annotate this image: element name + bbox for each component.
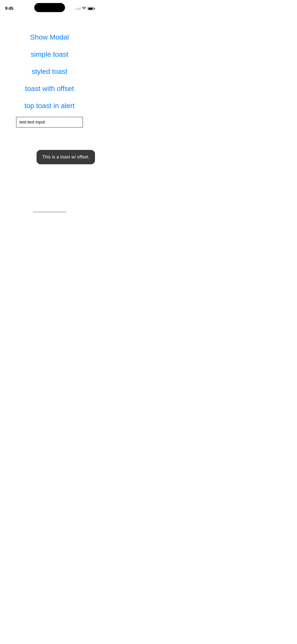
status-bar: 9:45 <box>0 0 99 14</box>
styled-toast-button[interactable]: styled toast <box>0 63 99 80</box>
battery-fill <box>88 8 93 10</box>
toast-notification: This is a toast w/ offset. <box>37 150 95 164</box>
signal-icon <box>75 7 81 10</box>
status-time: 9:45 <box>5 6 13 11</box>
toast-message: This is a toast w/ offset. <box>42 154 89 159</box>
dynamic-island <box>34 3 65 12</box>
home-indicator <box>33 211 67 213</box>
top-toast-in-alert-button[interactable]: top toast in alert <box>0 97 99 114</box>
status-icons <box>75 7 94 11</box>
simple-toast-button[interactable]: simple toast <box>0 46 99 63</box>
wifi-icon <box>82 7 86 11</box>
toast-with-offset-button[interactable]: toast with offset <box>0 80 99 97</box>
test-text-input[interactable] <box>16 117 83 127</box>
show-modal-button[interactable]: Show Modal <box>0 29 99 46</box>
battery-icon <box>88 7 94 10</box>
main-content: Show Modal simple toast styled toast toa… <box>0 14 99 127</box>
text-input-container <box>16 117 83 127</box>
